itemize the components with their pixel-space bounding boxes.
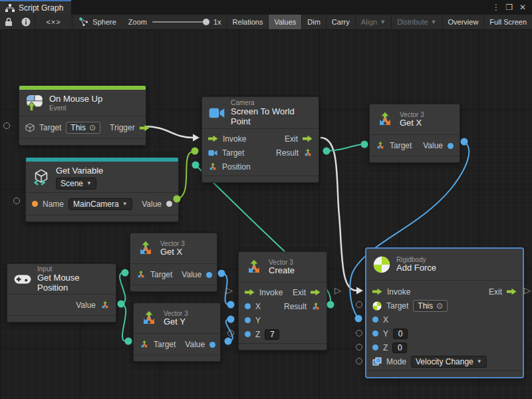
float-port-icon[interactable] (245, 303, 251, 309)
values-button[interactable]: Values (268, 15, 301, 29)
node-title: Create (269, 266, 295, 276)
relations-button[interactable]: Relations (227, 15, 269, 29)
overview-button[interactable]: Overview (442, 15, 484, 29)
port-label: Exit (285, 134, 298, 144)
target-this-chip[interactable]: This⊙ (66, 122, 100, 134)
flow-port-icon[interactable] (140, 124, 150, 132)
flow-port-icon[interactable] (245, 289, 255, 296)
port-label: X (255, 302, 261, 311)
vector3-port-icon[interactable] (376, 141, 385, 150)
float-port-icon[interactable] (448, 143, 454, 149)
vector3-port-icon[interactable] (140, 340, 149, 349)
flow-port-icon[interactable] (311, 289, 321, 296)
float-port-icon[interactable] (209, 342, 215, 348)
port-label: Z (383, 343, 388, 352)
mouse-up-icon (26, 94, 43, 112)
menu-kebab-icon[interactable]: ⋮ (491, 3, 501, 12)
maximize-icon[interactable]: ❒ (504, 3, 515, 12)
zoom-control: Zoom 1x (123, 18, 227, 26)
port-label: Value (142, 200, 162, 209)
string-port-icon[interactable] (32, 201, 38, 207)
node-rigidbody-add-force[interactable]: Rigidbody Add Force Invoke Exit Target (366, 248, 523, 378)
port-label: Exit (293, 288, 306, 297)
camera-port-icon[interactable] (208, 148, 217, 158)
node-get-variable[interactable]: Get Variable Scene▼ Name MainCamera▼ Val… (25, 157, 179, 222)
vector3-port-icon[interactable] (303, 148, 313, 158)
float-port-icon[interactable] (206, 272, 212, 278)
carry-button[interactable]: Carry (326, 15, 355, 29)
chevron-down-icon: ▼ (380, 19, 386, 25)
info-icon (21, 17, 31, 27)
port-label: Name (43, 200, 64, 209)
info-button[interactable] (17, 15, 35, 29)
object-picker-icon[interactable]: ⊙ (436, 301, 443, 311)
float-port-icon[interactable] (245, 331, 251, 337)
vector3-port-icon[interactable] (208, 162, 217, 172)
enum-port-icon (372, 357, 382, 366)
vector3-port-icon[interactable] (311, 302, 321, 311)
graph-canvas[interactable]: On Mouse Up Event Target This⊙ Trigger (0, 29, 532, 399)
port-label: Position (222, 162, 251, 172)
port-label: Target (39, 123, 61, 132)
chevron-down-icon: ▼ (122, 200, 128, 209)
node-vector3-get-x[interactable]: Vector 3 Get X Target Value (130, 233, 217, 292)
flow-port-icon[interactable] (507, 288, 517, 295)
port-label: Value (423, 141, 443, 150)
zoom-slider-handle[interactable] (203, 19, 209, 25)
breadcrumb[interactable]: Sphere (72, 17, 122, 27)
chevron-down-icon: ▼ (477, 357, 482, 366)
breadcrumb-label: Sphere (92, 18, 116, 26)
camera-icon (209, 107, 225, 119)
vector3-port-icon[interactable] (100, 301, 110, 310)
gameobject-icon (25, 123, 35, 132)
graph-toolbar: <×> Sphere Zoom 1x Relations Values Dim … (0, 15, 532, 30)
float-port-icon[interactable] (245, 317, 251, 323)
toolbar-buttons: Relations Values Dim Carry Align▼ Distri… (227, 15, 532, 29)
vector3-icon (140, 310, 158, 327)
node-title: Get Variable (56, 166, 103, 176)
fullscreen-button[interactable]: Full Screen (483, 15, 532, 29)
flow-port-icon[interactable] (303, 135, 313, 142)
port-label: Exit (489, 287, 502, 297)
node-title: Add Force (396, 263, 436, 273)
vector3-icon (137, 240, 154, 257)
flow-port-icon[interactable] (372, 288, 382, 295)
variable-name-dropdown[interactable]: MainCamera▼ (68, 198, 132, 210)
tab-script-graph[interactable]: Script Graph (0, 0, 71, 15)
inspect-button[interactable]: <×> (35, 18, 72, 26)
y-value-input[interactable]: 0 (393, 329, 408, 339)
node-screen-to-world-point[interactable]: Camera Screen To World Point Invoke Exit (201, 96, 319, 183)
float-port-icon[interactable] (372, 331, 378, 336)
port-label: Invoke (223, 134, 246, 144)
node-vector3-create[interactable]: Vector 3 Create Invoke Exit X (238, 251, 327, 350)
node-vector3-get-y[interactable]: Vector 3 Get Y Target Value (133, 303, 221, 362)
z-value-input[interactable]: 7 (265, 329, 279, 340)
unity-visual-scripting-window: Script Graph ⋮ ❒ ✕ <×> Sphere Zoom 1x Re… (0, 0, 532, 399)
close-icon[interactable]: ✕ (517, 3, 528, 12)
node-subtitle: Event (49, 104, 102, 112)
rigidbody-icon (373, 256, 390, 273)
dim-button[interactable]: Dim (301, 15, 326, 29)
object-port-icon[interactable] (166, 201, 172, 207)
node-vector3-get-x-top[interactable]: Vector 3 Get X Target Value (369, 104, 460, 163)
port-label: Target (222, 148, 244, 158)
distribute-dropdown[interactable]: Distribute▼ (391, 15, 442, 29)
node-get-mouse-position[interactable]: Input Get Mouse Position Value (7, 263, 116, 323)
object-picker-icon[interactable]: ⊙ (89, 123, 96, 132)
mode-dropdown[interactable]: Velocity Change▼ (411, 356, 487, 368)
rigidbody-port-icon[interactable] (372, 301, 382, 311)
tab-title: Script Graph (19, 3, 63, 13)
float-port-icon[interactable] (372, 344, 378, 350)
node-on-mouse-up[interactable]: On Mouse Up Event Target This⊙ Trigger (19, 85, 146, 146)
target-this-chip[interactable]: This⊙ (413, 300, 448, 312)
vector3-icon (376, 111, 394, 128)
lock-button[interactable] (0, 15, 17, 29)
vector3-port-icon[interactable] (136, 270, 146, 279)
variable-scope-dropdown[interactable]: Scene▼ (56, 178, 96, 190)
align-dropdown[interactable]: Align▼ (355, 15, 391, 29)
zoom-slider[interactable] (152, 21, 208, 23)
port-label: Target (150, 270, 172, 279)
flow-port-icon[interactable] (208, 135, 218, 142)
z-value-input[interactable]: 0 (392, 342, 407, 353)
float-port-icon[interactable] (372, 317, 378, 323)
